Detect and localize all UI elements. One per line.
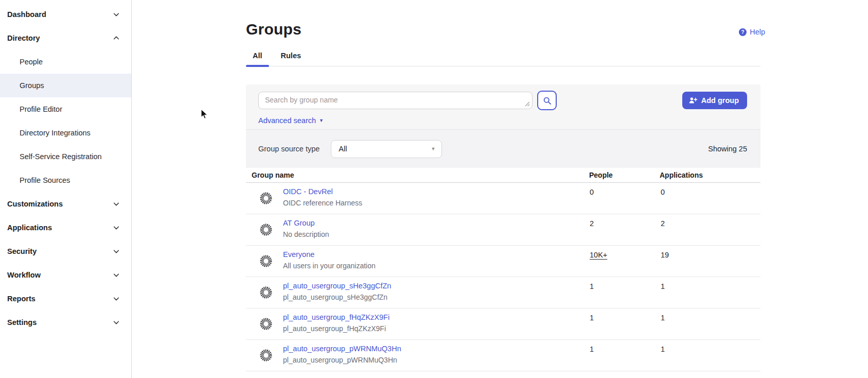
group-name-link[interactable]: pl_auto_usergroup_sHe3ggCfZn [283, 282, 391, 290]
group-source-type-label: Group source type [258, 145, 320, 153]
advanced-search-label: Advanced search [258, 116, 316, 125]
table-body: OIDC - DevRelOIDC reference Harness00AT … [246, 183, 760, 371]
table-header: Group name People Applications [246, 168, 760, 183]
sidebar-item-applications[interactable]: Applications [0, 216, 131, 239]
caret-down-icon: ▼ [431, 146, 435, 151]
sidebar-item-profile-sources[interactable]: Profile Sources [0, 168, 131, 192]
group-icon-wrap [259, 254, 273, 270]
sidebar-item-security[interactable]: Security [0, 239, 131, 263]
chevron-up-icon [113, 35, 120, 42]
group-icon [259, 286, 273, 299]
sidebar-item-groups[interactable]: Groups [0, 74, 131, 97]
table-row: EveryoneAll users in your organization10… [246, 246, 760, 277]
column-applications: Applications [660, 171, 703, 179]
sidebar-item-label: Self-Service Registration [20, 152, 102, 161]
sidebar-item-profile-editor[interactable]: Profile Editor [0, 97, 131, 121]
sidebar-item-label: Dashboard [7, 10, 46, 19]
table-row: pl_auto_usergroup_pWRNMuQ3Hnpl_auto_user… [246, 340, 760, 371]
page-title: Groups [246, 21, 760, 38]
group-icon-wrap [259, 317, 273, 333]
group-icon-wrap [259, 286, 273, 301]
sidebar-item-reports[interactable]: Reports [0, 287, 131, 311]
sidebar-item-settings[interactable]: Settings [0, 311, 131, 334]
applications-count: 2 [661, 219, 665, 228]
chevron-down-icon [113, 11, 120, 18]
group-name-link[interactable]: pl_auto_usergroup_pWRNMuQ3Hn [283, 345, 401, 353]
group-name-link[interactable]: pl_auto_usergroup_fHqZKzX9Fi [283, 313, 389, 321]
table-row: pl_auto_usergroup_sHe3ggCfZnpl_auto_user… [246, 277, 760, 308]
group-icon-wrap [259, 349, 273, 364]
group-description: pl_auto_usergroup_sHe3ggCfZn [283, 293, 387, 301]
tab-all[interactable]: All [246, 51, 269, 66]
applications-count: 1 [661, 345, 665, 353]
column-people: People [589, 171, 613, 179]
chevron-down-icon [113, 248, 120, 255]
search-input[interactable] [258, 92, 533, 109]
sidebar-item-label: Directory Integrations [20, 129, 91, 137]
sidebar-item-label: Security [7, 247, 37, 255]
group-icon [259, 254, 273, 268]
sidebar-item-customizations[interactable]: Customizations [0, 192, 131, 216]
sidebar-item-directory-integrations[interactable]: Directory Integrations [0, 121, 131, 145]
group-icon [259, 192, 273, 205]
group-description: pl_auto_usergroup_fHqZKzX9Fi [283, 324, 386, 333]
sidebar-item-label: Workflow [7, 271, 41, 279]
table-row: OIDC - DevRelOIDC reference Harness00 [246, 183, 760, 214]
group-name-link[interactable]: Everyone [283, 250, 314, 259]
group-icon [259, 349, 273, 362]
sidebar: DashboardDirectoryPeopleGroupsProfile Ed… [0, 0, 132, 378]
sidebar-item-label: Groups [20, 81, 44, 90]
table-row: AT GroupNo description22 [246, 214, 760, 246]
content-column: Groups AllRules [246, 21, 760, 371]
group-icon-wrap [259, 192, 273, 207]
group-icon-wrap [259, 223, 273, 238]
people-count: 1 [590, 282, 594, 290]
group-icon [259, 223, 273, 236]
people-count: 2 [590, 219, 594, 228]
group-icon [259, 317, 273, 331]
sidebar-item-label: Profile Editor [20, 105, 62, 113]
people-count: 1 [590, 345, 594, 353]
sidebar-item-label: People [20, 58, 43, 66]
applications-count: 19 [661, 251, 669, 259]
group-description: pl_auto_usergroup_pWRNMuQ3Hn [283, 356, 397, 364]
chevron-down-icon [113, 271, 120, 279]
caret-down-icon: ▼ [319, 118, 324, 123]
app-root: DashboardDirectoryPeopleGroupsProfile Ed… [0, 0, 868, 378]
chevron-down-icon [113, 295, 120, 302]
group-name-link[interactable]: AT Group [283, 219, 315, 227]
applications-count: 0 [661, 188, 665, 196]
sidebar-item-label: Customizations [7, 200, 63, 208]
sidebar-item-self-service-registration[interactable]: Self-Service Registration [0, 145, 131, 168]
sidebar-item-directory[interactable]: Directory [0, 26, 131, 50]
showing-count: Showing 25 [708, 145, 747, 153]
chevron-down-icon [113, 319, 120, 326]
people-count: 0 [590, 188, 594, 196]
sidebar-item-dashboard[interactable]: Dashboard [0, 3, 131, 26]
chevron-down-icon [113, 224, 120, 231]
sidebar-item-people[interactable]: People [0, 50, 131, 74]
add-group-label: Add group [701, 96, 739, 105]
people-count: 1 [590, 314, 594, 322]
people-count[interactable]: 10K+ [590, 251, 607, 259]
sidebar-item-workflow[interactable]: Workflow [0, 263, 131, 287]
group-description: OIDC reference Harness [283, 199, 362, 207]
tab-rules[interactable]: Rules [274, 51, 308, 66]
advanced-search-link[interactable]: Advanced search ▼ [258, 116, 324, 125]
column-group-name: Group name [252, 171, 294, 179]
sidebar-item-label: Directory [7, 34, 40, 42]
group-description: All users in your organization [283, 262, 376, 270]
search-panel: Add group Advanced search ▼ Group source… [246, 84, 760, 168]
group-name-link[interactable]: OIDC - DevRel [283, 187, 333, 196]
applications-count: 1 [661, 282, 665, 290]
add-group-button[interactable]: Add group [682, 92, 747, 109]
search-button[interactable] [537, 91, 557, 110]
sidebar-item-label: Profile Sources [20, 176, 70, 184]
tab-bar: AllRules [246, 51, 760, 66]
search-input-wrap [258, 92, 533, 109]
group-source-type-select[interactable]: All ▼ [331, 140, 442, 158]
search-icon [543, 96, 552, 105]
main-content: ? Help Groups AllRules [132, 0, 868, 378]
sidebar-nav: DashboardDirectoryPeopleGroupsProfile Ed… [0, 3, 131, 334]
sidebar-item-label: Applications [7, 224, 52, 232]
